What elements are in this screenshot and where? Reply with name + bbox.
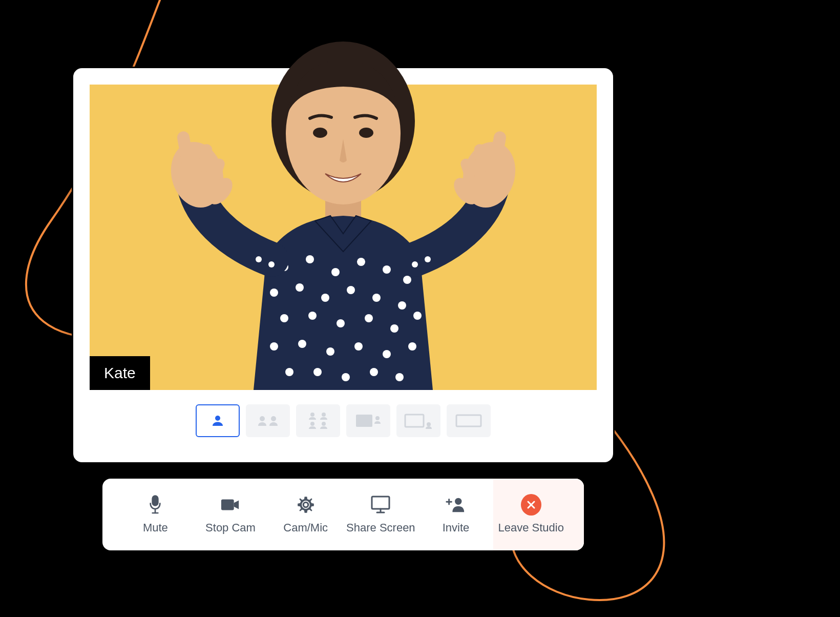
- svg-rect-63: [221, 500, 234, 510]
- svg-point-15: [372, 294, 381, 302]
- svg-point-29: [285, 368, 293, 376]
- invite-label: Invite: [443, 521, 470, 534]
- svg-point-24: [298, 340, 306, 348]
- cam-mic-label: Cam/Mic: [283, 521, 328, 534]
- svg-point-10: [403, 276, 411, 284]
- participant-name-label: Kate: [104, 364, 136, 381]
- mute-button[interactable]: Mute: [118, 479, 193, 550]
- svg-point-3: [313, 128, 327, 138]
- stop-cam-button[interactable]: Stop Cam: [193, 479, 268, 550]
- svg-point-30: [313, 368, 322, 376]
- svg-point-35: [256, 256, 262, 262]
- svg-point-19: [337, 319, 345, 327]
- cam-mic-button[interactable]: Cam/Mic: [268, 479, 343, 550]
- svg-point-11: [270, 289, 278, 297]
- svg-point-26: [354, 342, 363, 351]
- video-feed: Kate: [90, 85, 597, 390]
- layout-option-single[interactable]: [196, 404, 240, 437]
- svg-point-20: [365, 314, 373, 322]
- gear-icon: [296, 495, 316, 515]
- participant-video: [90, 30, 597, 390]
- svg-point-49: [260, 416, 265, 421]
- svg-point-67: [455, 498, 461, 505]
- svg-point-25: [326, 347, 334, 356]
- svg-point-28: [408, 342, 416, 351]
- layout-selector: [90, 404, 597, 437]
- mute-label: Mute: [143, 521, 168, 534]
- svg-point-27: [383, 350, 391, 358]
- layout-option-full[interactable]: [447, 404, 491, 437]
- svg-point-48: [215, 416, 220, 421]
- svg-point-17: [280, 314, 288, 322]
- microphone-icon: [145, 495, 165, 515]
- layout-option-grid[interactable]: [296, 404, 340, 437]
- svg-point-31: [342, 373, 350, 381]
- layout-option-pip[interactable]: [346, 404, 390, 437]
- svg-rect-57: [405, 415, 424, 427]
- svg-point-18: [308, 312, 317, 320]
- layout-option-sidebar[interactable]: [396, 404, 440, 437]
- svg-point-42: [425, 256, 431, 262]
- svg-point-52: [322, 413, 326, 417]
- svg-point-32: [370, 368, 378, 376]
- close-icon: [521, 495, 541, 515]
- svg-point-23: [270, 342, 278, 351]
- svg-rect-60: [153, 496, 158, 506]
- control-toolbar: Mute Stop Cam Cam/Mic Shar: [102, 479, 584, 550]
- svg-point-6: [306, 255, 314, 263]
- svg-point-16: [398, 301, 406, 310]
- svg-point-4: [359, 128, 373, 138]
- share-screen-button[interactable]: Share Screen: [343, 479, 418, 550]
- svg-rect-55: [356, 415, 372, 427]
- stop-cam-label: Stop Cam: [205, 521, 256, 534]
- svg-point-21: [390, 324, 398, 333]
- svg-point-33: [395, 373, 404, 381]
- add-person-icon: [446, 495, 466, 515]
- svg-point-8: [357, 258, 365, 266]
- share-screen-label: Share Screen: [346, 521, 415, 534]
- svg-point-14: [347, 286, 355, 294]
- svg-point-34: [268, 261, 275, 268]
- svg-point-13: [321, 294, 329, 302]
- svg-point-53: [310, 422, 314, 426]
- leave-label: Leave Studio: [498, 521, 563, 534]
- svg-point-9: [383, 265, 391, 274]
- svg-point-22: [413, 312, 422, 320]
- svg-rect-59: [456, 415, 481, 426]
- layout-option-two[interactable]: [246, 404, 290, 437]
- invite-button[interactable]: Invite: [418, 479, 494, 550]
- svg-point-41: [412, 261, 418, 268]
- svg-point-51: [310, 413, 314, 417]
- svg-point-12: [296, 283, 304, 292]
- svg-point-56: [375, 416, 380, 420]
- svg-rect-64: [372, 497, 389, 509]
- leave-studio-button[interactable]: Leave Studio: [493, 479, 584, 550]
- monitor-icon: [370, 495, 391, 515]
- camera-icon: [220, 495, 241, 515]
- studio-window: Kate: [72, 67, 615, 464]
- svg-point-54: [322, 422, 326, 426]
- participant-name-badge: Kate: [90, 356, 150, 390]
- svg-point-50: [271, 416, 276, 421]
- svg-point-58: [427, 422, 431, 426]
- svg-point-7: [331, 268, 340, 276]
